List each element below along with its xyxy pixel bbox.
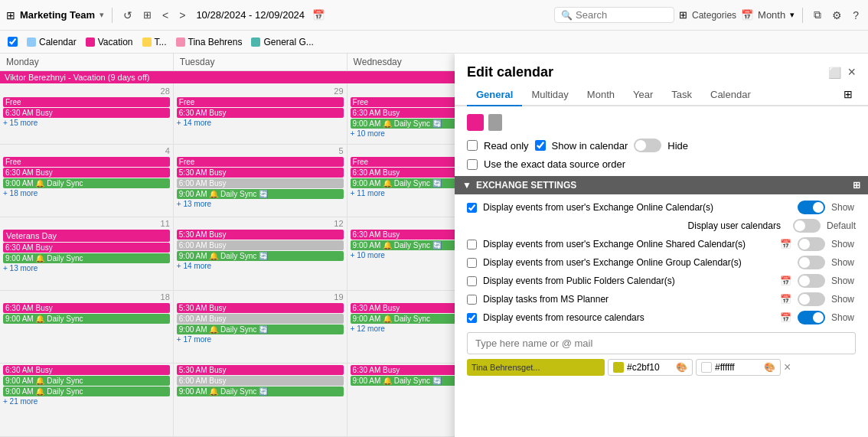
color-swatch-pink[interactable]: [467, 114, 484, 131]
event-free[interactable]: Free: [177, 97, 344, 107]
more-link[interactable]: + 15 more: [3, 119, 170, 127]
resource-color-bar[interactable]: Tina Behrensget...: [467, 359, 605, 376]
panel-expand-icon[interactable]: ⬜: [828, 67, 841, 79]
cal-cell-3-mon[interactable]: 11 Veterans Day 6:30 AM Busy 9:00 AM 🔔 D…: [0, 217, 174, 290]
exchange-settings-header[interactable]: ▼ EXCHANGE SETTINGS ⊞: [455, 176, 868, 194]
more-link[interactable]: + 13 more: [177, 200, 344, 208]
color-preview-1[interactable]: [613, 362, 624, 373]
filter-all-checkbox[interactable]: [8, 37, 18, 47]
help-button[interactable]: ?: [850, 8, 862, 23]
event-daily[interactable]: 9:00 AM 🔔 Daily Sync: [3, 376, 170, 386]
cal-cell-2-mon[interactable]: 4 Free 6:30 AM Busy 9:00 AM 🔔 Daily Sync…: [0, 145, 174, 217]
color-picker-icon-1[interactable]: 🎨: [676, 362, 687, 373]
event-free[interactable]: Free: [3, 97, 170, 107]
color-picker-icon-2[interactable]: 🎨: [764, 362, 775, 373]
color-preview-2[interactable]: [701, 362, 712, 373]
next-button[interactable]: >: [176, 8, 188, 23]
event-busy[interactable]: 6:30 AM Busy: [3, 365, 170, 375]
exchange-cb-6[interactable]: [467, 295, 477, 305]
tab-month[interactable]: Month: [578, 83, 624, 106]
settings-button[interactable]: ⚙: [829, 8, 845, 23]
remove-resource-button[interactable]: ×: [784, 360, 791, 374]
filter-tina[interactable]: Tina Behrens: [176, 37, 243, 47]
event-free[interactable]: Free: [177, 157, 344, 167]
event-busy[interactable]: 6:30 AM Busy: [3, 168, 170, 178]
event-busy[interactable]: 5:30 AM Busy: [177, 230, 344, 240]
read-only-checkbox[interactable]: [467, 140, 478, 151]
chevron-month-icon[interactable]: ▾: [790, 10, 795, 20]
more-link[interactable]: + 14 more: [177, 262, 344, 270]
event-daily2[interactable]: 9:00 AM 🔔 Daily Sync: [3, 386, 170, 396]
event-free[interactable]: Free: [3, 157, 170, 167]
more-link[interactable]: + 18 more: [3, 189, 170, 197]
event-daily[interactable]: 9:00 AM 🔔 Daily Sync 🔄: [177, 189, 344, 199]
event-daily[interactable]: 9:00 AM 🔔 Daily Sync: [3, 178, 170, 188]
filter-all[interactable]: [8, 37, 18, 47]
type-here-input[interactable]: [467, 332, 856, 354]
event-daily[interactable]: 9:00 AM 🔔 Daily Sync 🔄: [177, 386, 344, 396]
event-busy[interactable]: 6:30 AM Busy: [3, 243, 170, 253]
exchange-cb-7[interactable]: [467, 313, 477, 323]
tab-multiday[interactable]: Multiday: [522, 83, 577, 106]
duplicate-button[interactable]: ⧉: [811, 7, 824, 23]
hide-toggle[interactable]: [634, 139, 661, 152]
refresh-button[interactable]: ↺: [120, 8, 135, 23]
exchange-cb-5[interactable]: [467, 276, 477, 286]
more-link[interactable]: + 21 more: [3, 397, 170, 406]
filter-t[interactable]: T...: [142, 37, 167, 47]
cal-cell-4-mon[interactable]: 18 6:30 AM Busy 9:00 AM 🔔 Daily Sync: [0, 291, 174, 364]
tab-task[interactable]: Task: [662, 83, 701, 106]
show-in-calendar-checkbox[interactable]: [535, 140, 546, 151]
cal-cell-5-mon[interactable]: 6:30 AM Busy 9:00 AM 🔔 Daily Sync 9:00 A…: [0, 364, 174, 436]
event-busy-630[interactable]: 6:30 AM Busy: [3, 108, 170, 118]
event-600[interactable]: 6:00 AM Busy: [177, 314, 344, 324]
exchange-cb-1[interactable]: [467, 203, 477, 213]
event-600[interactable]: 6:00 AM Busy: [177, 178, 344, 188]
categories-button[interactable]: Categories: [692, 10, 736, 21]
grid-view-button[interactable]: ⊞: [140, 8, 155, 22]
toggle-5[interactable]: [798, 274, 825, 288]
cal-cell-5-tue[interactable]: 5:30 AM Busy 6:00 AM Busy 9:00 AM 🔔 Dail…: [174, 364, 348, 436]
tab-general[interactable]: General: [467, 83, 522, 106]
cal-cell-3-tue[interactable]: 12 5:30 AM Busy 6:00 AM Busy 9:00 AM 🔔 D…: [174, 217, 348, 290]
event-busy[interactable]: 5:30 AM Busy: [177, 303, 344, 313]
prev-button[interactable]: <: [159, 8, 171, 23]
color-hex-input-2[interactable]: [715, 362, 761, 373]
toggle-user-cal[interactable]: [793, 219, 821, 233]
event-busy[interactable]: 5:30 AM Busy: [177, 365, 344, 375]
event-busy[interactable]: 5:30 AM Busy: [177, 168, 344, 178]
event-600[interactable]: 6:00 AM Busy: [177, 376, 344, 386]
event-daily[interactable]: 9:00 AM 🔔 Daily Sync 🔄: [177, 251, 344, 261]
filter-calendar[interactable]: Calendar: [27, 37, 77, 47]
panel-close-button[interactable]: ×: [847, 64, 856, 80]
event-busy-630[interactable]: 6:30 AM Busy: [177, 108, 344, 118]
tab-year[interactable]: Year: [624, 83, 662, 106]
event-daily[interactable]: 9:00 AM 🔔 Daily Sync 🔄: [177, 324, 344, 334]
more-link[interactable]: + 13 more: [3, 264, 170, 272]
toggle-7[interactable]: [798, 311, 825, 324]
event-busy[interactable]: 6:30 AM Busy: [3, 303, 170, 313]
event-daily[interactable]: 9:00 AM 🔔 Daily Sync: [3, 253, 170, 263]
toggle-3[interactable]: [798, 237, 825, 251]
exact-order-checkbox[interactable]: [467, 159, 478, 170]
toggle-1[interactable]: [798, 201, 825, 214]
filter-vacation[interactable]: Vacation: [86, 37, 133, 47]
toggle-4[interactable]: [798, 256, 825, 269]
exchange-cb-3[interactable]: [467, 240, 477, 249]
cal-cell-2-tue[interactable]: 5 Free 5:30 AM Busy 6:00 AM Busy 9:00 AM…: [174, 145, 348, 217]
chevron-down-icon[interactable]: ▾: [100, 10, 104, 20]
color-hex-input-1[interactable]: [627, 362, 673, 373]
event-daily[interactable]: 9:00 AM 🔔 Daily Sync: [3, 314, 170, 324]
tab-calendar[interactable]: Calendar: [701, 83, 760, 106]
event-600[interactable]: 6:00 AM Busy: [177, 240, 344, 250]
search-input[interactable]: [576, 9, 667, 21]
color-bar-gray[interactable]: [488, 114, 502, 131]
month-button[interactable]: Month: [758, 9, 785, 21]
event-veterans[interactable]: Veterans Day: [3, 230, 170, 242]
more-link[interactable]: + 17 more: [177, 335, 344, 344]
more-link[interactable]: + 14 more: [177, 119, 344, 127]
filter-general[interactable]: General G...: [251, 37, 313, 47]
cal-cell-4-tue[interactable]: 19 5:30 AM Busy 6:00 AM Busy 9:00 AM 🔔 D…: [174, 291, 348, 364]
exchange-cb-4[interactable]: [467, 258, 477, 268]
toggle-6[interactable]: [798, 292, 825, 306]
